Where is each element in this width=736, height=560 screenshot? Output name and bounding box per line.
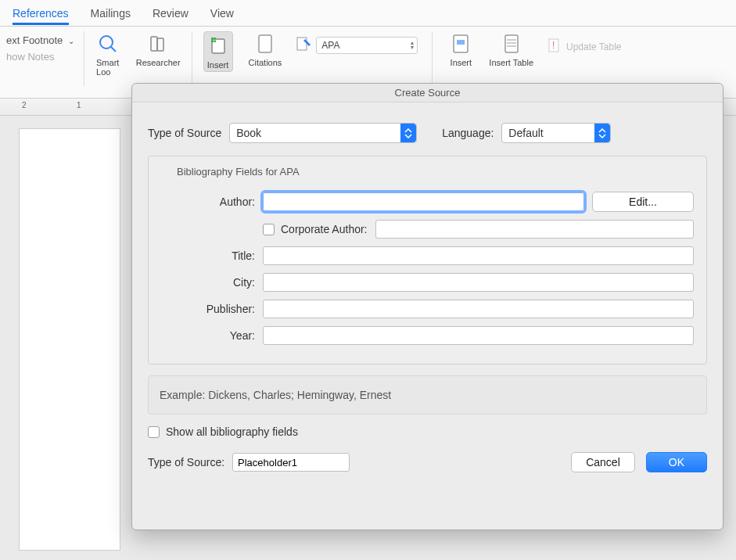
update-table-label: Update Table (566, 41, 622, 52)
ruler-tick-1: 1 (77, 101, 81, 109)
svg-rect-2 (151, 37, 157, 51)
show-all-fields-checkbox[interactable] (148, 426, 160, 438)
ruler-tick-2: 2 (22, 101, 27, 109)
app-window: References Mailings Review View ext Foot… (0, 0, 736, 560)
example-box: Example: Dickens, Charles; Hemingway, Er… (148, 375, 707, 415)
year-input[interactable] (263, 326, 694, 345)
title-input[interactable] (263, 246, 694, 265)
insert-citation-icon: + (206, 34, 231, 59)
update-table-button: ! Update Table (548, 38, 622, 56)
language-value: Default (508, 127, 543, 139)
citations-button[interactable]: Citations (249, 31, 282, 67)
insert-table-button[interactable]: Insert Table (489, 31, 533, 67)
ok-button[interactable]: OK (646, 452, 707, 472)
fields-legend: Bibliography Fields for APA (161, 163, 694, 184)
bottom-type-label: Type of Source: (148, 456, 224, 468)
insert-table-label: Insert Table (489, 58, 533, 67)
tab-mailings[interactable]: Mailings (91, 7, 131, 20)
chevron-updown-icon (400, 124, 416, 142)
update-icon: ! (548, 38, 562, 56)
type-of-source-label: Type of Source (148, 127, 221, 139)
tab-review[interactable]: Review (153, 7, 188, 20)
insert2-label: Insert (451, 58, 472, 67)
city-input[interactable] (263, 273, 694, 292)
tab-references[interactable]: References (13, 7, 69, 25)
type-of-source-select[interactable]: Book (229, 123, 417, 143)
type-of-source-value: Book (236, 127, 261, 139)
svg-line-1 (111, 47, 116, 52)
example-text: Example: Dickens, Charles; Hemingway, Er… (160, 389, 391, 401)
researcher-button[interactable]: Researcher (136, 31, 181, 67)
publisher-label: Publisher: (161, 303, 255, 315)
insert-citation-button[interactable]: + Insert (203, 31, 233, 72)
svg-rect-3 (157, 38, 163, 51)
researcher-label: Researcher (136, 58, 181, 67)
toolbar-divider (192, 31, 192, 86)
smart-lookup-label: Smart Loo (96, 58, 119, 77)
updown-icon: ▴▾ (411, 41, 414, 50)
magnifier-icon (95, 31, 120, 56)
table-icon (499, 31, 524, 56)
corporate-author-input[interactable] (375, 220, 694, 239)
toolbar-divider (432, 31, 433, 86)
next-footnote-label: ext Footnote (6, 34, 63, 46)
corporate-author-checkbox[interactable] (263, 224, 275, 235)
language-label: Language: (442, 127, 494, 139)
chevron-updown-icon (594, 124, 610, 142)
citation-style-value: APA (321, 40, 339, 51)
svg-rect-11 (505, 35, 518, 52)
cancel-button[interactable]: Cancel (571, 452, 635, 472)
citations-label: Citations (249, 58, 282, 67)
page-icon (253, 31, 278, 56)
toolbar-divider (84, 31, 84, 86)
svg-point-0 (100, 36, 113, 48)
tab-view[interactable]: View (210, 7, 234, 20)
edit-author-button[interactable]: Edit... (592, 192, 694, 212)
year-label: Year: (161, 329, 255, 342)
insert-label: Insert (207, 60, 229, 70)
svg-rect-7 (259, 35, 271, 52)
next-footnote-menu[interactable]: ext Footnote ⌄ (6, 34, 74, 46)
dialog-title: Create Source (132, 84, 723, 102)
author-input[interactable] (263, 192, 584, 211)
show-all-fields-label: Show all bibliography fields (166, 425, 298, 438)
city-label: City: (161, 276, 255, 289)
citation-style-select[interactable]: APA ▴▾ (316, 37, 418, 54)
insert-index-button[interactable]: Insert (448, 31, 473, 67)
placeholder-name-input[interactable] (232, 453, 350, 472)
language-select[interactable]: Default (501, 123, 611, 143)
pencil-page-icon (296, 36, 313, 54)
ribbon-tabs: References Mailings Review View (0, 0, 736, 27)
show-notes-button[interactable]: how Notes (6, 51, 74, 63)
books-icon (145, 31, 171, 56)
smart-lookup-button[interactable]: Smart Loo (95, 31, 120, 77)
create-source-dialog: Create Source Type of Source Book Langua… (131, 83, 723, 530)
document-page[interactable] (19, 128, 120, 551)
chevron-down-icon: ⌄ (66, 37, 74, 45)
bibliography-fields-group: Bibliography Fields for APA Author: Edit… (148, 156, 707, 364)
show-notes-label: how Notes (6, 51, 54, 63)
author-label: Author: (161, 196, 255, 208)
title-label: Title: (161, 249, 255, 262)
insert-index-icon (448, 31, 473, 56)
svg-text:!: ! (552, 40, 555, 51)
publisher-input[interactable] (263, 300, 694, 318)
corporate-author-label: Corporate Author: (281, 223, 368, 235)
svg-rect-10 (457, 40, 465, 45)
svg-text:+: + (213, 38, 216, 42)
